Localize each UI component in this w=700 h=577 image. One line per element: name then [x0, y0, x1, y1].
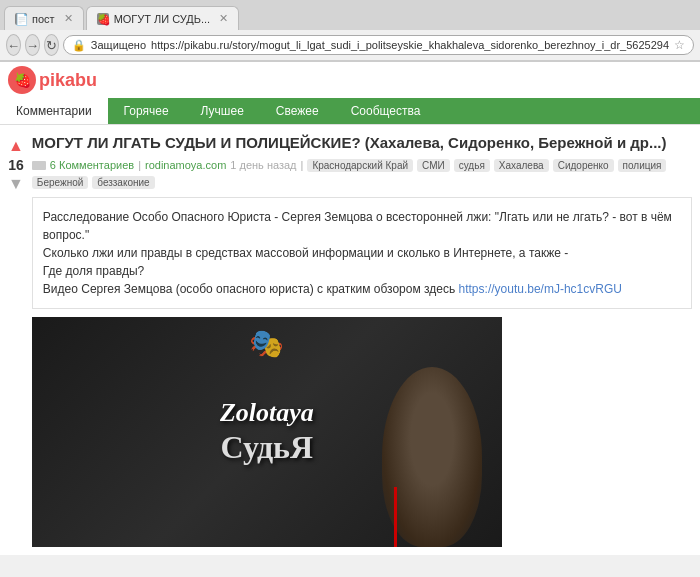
tab-bar: 📄 пост ✕ 🍓 МОГУТ ЛИ СУДЬ... ✕ [0, 0, 700, 30]
post-text-line3: Где доля правды? [43, 262, 681, 280]
tab-active[interactable]: 🍓 МОГУТ ЛИ СУДЬ... ✕ [86, 6, 240, 30]
vote-down-button[interactable]: ▼ [8, 175, 24, 193]
meta-sep1: | [138, 159, 141, 171]
post-text-line4-text: Видео Сергея Земцова (особо опасного юри… [43, 282, 459, 296]
tab-label-post: пост [32, 13, 55, 25]
meta-tag-police[interactable]: полиция [618, 159, 667, 172]
video-link[interactable]: https://youtu.be/mJ-hc1cvRGU [459, 282, 622, 296]
post-title: МОГУТ ЛИ ЛГАТЬ СУДЬИ И ПОЛИЦЕЙСКИЕ? (Хах… [32, 133, 692, 153]
tab-post[interactable]: 📄 пост ✕ [4, 6, 84, 30]
address-field[interactable]: 🔒 Защищено https://pikabu.ru/story/mogut… [63, 35, 694, 55]
face-silhouette [382, 367, 482, 547]
nav-communities[interactable]: Сообщества [335, 98, 437, 124]
post-text-line4: Видео Сергея Земцова (особо опасного юри… [43, 280, 681, 298]
post-body: МОГУТ ЛИ ЛГАТЬ СУДЬИ И ПОЛИЦЕЙСКИЕ? (Хах… [32, 133, 692, 547]
tab-favicon-active: 🍓 [97, 13, 109, 25]
logo-icon: 🍓 [14, 72, 31, 88]
lock-icon: 🔒 [72, 39, 86, 52]
address-url: https://pikabu.ru/story/mogut_li_lgat_su… [151, 39, 669, 51]
vote-up-button[interactable]: ▲ [8, 137, 24, 155]
post-text-line1: Расследование Особо Опасного Юриста - Се… [43, 208, 681, 244]
meta-tag-smi[interactable]: СМИ [417, 159, 450, 172]
browser-chrome: 📄 пост ✕ 🍓 МОГУТ ЛИ СУДЬ... ✕ ← → ↻ 🔒 За… [0, 0, 700, 62]
meta-time: 1 день назад [230, 159, 296, 171]
post-container: ▲ 16 ▼ МОГУТ ЛИ ЛГАТЬ СУДЬИ И ПОЛИЦЕЙСКИ… [8, 133, 692, 547]
tab-close-post[interactable]: ✕ [64, 12, 73, 25]
source-link[interactable]: rodinamoya.com [145, 159, 226, 171]
meta-tag-khakhaleva[interactable]: Хахалева [494, 159, 549, 172]
meta-tag-sidorenko[interactable]: Сидоренко [553, 159, 614, 172]
film-title-text: Zolotaya СудьЯ [220, 397, 314, 467]
lock-label: Защищено [91, 39, 146, 51]
tab-close-active[interactable]: ✕ [219, 12, 228, 25]
meta-region[interactable]: Краснодарский Край [307, 159, 413, 172]
post-text-line2: Сколько лжи или правды в средствах массо… [43, 244, 681, 262]
site-header-top: 🍓 pikabu [0, 62, 700, 98]
site-header: 🍓 pikabu Комментарии Горячее Лучшее Свеж… [0, 62, 700, 125]
refresh-button[interactable]: ↻ [44, 34, 59, 56]
meta-tag-berezhnoy[interactable]: Бережной [32, 176, 89, 189]
meta-tag-judge[interactable]: судья [454, 159, 490, 172]
meta-sep2: | [301, 159, 304, 171]
logo-text: pikabu [39, 70, 97, 91]
pikabu-logo[interactable]: 🍓 pikabu [8, 66, 97, 94]
vote-count: 16 [8, 157, 24, 173]
bookmark-icon[interactable]: ☆ [674, 38, 685, 52]
vote-column: ▲ 16 ▼ [8, 133, 24, 547]
post-meta: 6 Комментариев | rodinamoya.com 1 день н… [32, 159, 692, 189]
film-title-line1: Zolotaya [220, 397, 314, 428]
pikabu-logo-circle: 🍓 [8, 66, 36, 94]
back-button[interactable]: ← [6, 34, 21, 56]
nav-best[interactable]: Лучшее [185, 98, 260, 124]
site-nav: Комментарии Горячее Лучшее Свежее Сообще… [0, 98, 700, 124]
tab-favicon-post: 📄 [15, 13, 27, 25]
meta-tag-lawless[interactable]: беззаконие [92, 176, 154, 189]
nav-fresh[interactable]: Свежее [260, 98, 335, 124]
site-wrapper: 🍓 pikabu Комментарии Горячее Лучшее Свеж… [0, 62, 700, 555]
nav-hot[interactable]: Горячее [108, 98, 185, 124]
address-bar-row: ← → ↻ 🔒 Защищено https://pikabu.ru/story… [0, 30, 700, 61]
post-text-block: Расследование Особо Опасного Юриста - Се… [32, 197, 692, 309]
meta-icon [32, 161, 46, 170]
comments-link[interactable]: 6 Комментариев [50, 159, 134, 171]
film-title-line2: СудьЯ [220, 428, 314, 466]
post-image: 🎭 Zolotaya СудьЯ часть 3/5 Крах кланов [32, 317, 502, 547]
puppet-figure: 🎭 [249, 327, 284, 360]
red-line [394, 487, 397, 547]
tab-label-active: МОГУТ ЛИ СУДЬ... [114, 13, 211, 25]
forward-button[interactable]: → [25, 34, 40, 56]
post-image-inner: 🎭 Zolotaya СудьЯ часть 3/5 Крах кланов [32, 317, 502, 547]
content-area: ▲ 16 ▼ МОГУТ ЛИ ЛГАТЬ СУДЬИ И ПОЛИЦЕЙСКИ… [0, 125, 700, 555]
nav-comments[interactable]: Комментарии [0, 98, 108, 124]
